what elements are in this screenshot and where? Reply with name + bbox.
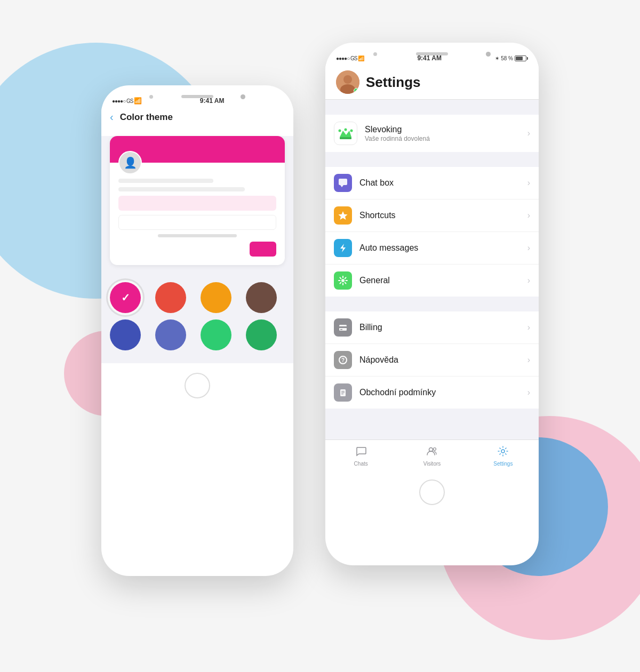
camera-icon <box>241 94 245 99</box>
shortcuts-text: Shortcuts <box>359 211 527 220</box>
obchodni-text: Obchodní podmínky <box>359 388 527 397</box>
menu-item-billing[interactable]: Billing › <box>325 311 539 344</box>
slevoking-subtitle: Vaše rodinná dovolená <box>365 135 527 142</box>
svg-point-11 <box>341 279 345 282</box>
camera-right-icon <box>486 52 491 57</box>
menu-item-napoveda[interactable]: ? Nápověda › <box>325 344 539 377</box>
home-button-left[interactable] <box>185 373 210 398</box>
home-button-right[interactable] <box>419 479 445 505</box>
settings-tab-icon <box>497 445 509 460</box>
color-brown[interactable] <box>246 282 277 313</box>
color-orange[interactable] <box>201 282 231 313</box>
menu-item-chat-box[interactable]: Chat box › <box>325 167 539 199</box>
menu-item-auto-messages[interactable]: Auto messages › <box>325 232 539 265</box>
svg-rect-14 <box>340 329 342 330</box>
chats-tab-label: Chats <box>354 461 368 467</box>
slevoking-text: Slevoking Vaše rodinná dovolená <box>365 125 527 142</box>
color-green[interactable] <box>201 319 231 350</box>
svg-rect-7 <box>339 179 347 185</box>
menu-section-1: Chat box › Shortcuts › <box>325 167 539 297</box>
visitors-tab-icon <box>426 445 438 460</box>
phone-top-right <box>325 43 539 53</box>
back-button[interactable]: ‹ <box>110 111 114 123</box>
theme-btn-row <box>118 242 276 257</box>
svg-rect-13 <box>339 326 347 328</box>
chat-icon-svg <box>338 178 348 188</box>
slevoking-chevron: › <box>527 129 530 138</box>
napoveda-label: Nápověda <box>359 355 527 365</box>
phone-right: ●●●●○ GS 📶 9:41 AM ✶ 58 % <box>325 43 539 565</box>
svg-rect-18 <box>341 391 345 391</box>
speaker-bar-icon <box>181 95 213 98</box>
tab-visitors[interactable]: Visitors <box>396 444 467 468</box>
menu-section-2: Billing › ? Nápověda › <box>325 311 539 409</box>
section-divider-top <box>325 100 539 115</box>
color-theme-title: Color theme <box>120 112 173 123</box>
chats-tab-icon <box>355 445 367 460</box>
battery-icon <box>515 55 528 61</box>
spacer <box>325 409 539 425</box>
svg-rect-19 <box>341 393 345 393</box>
slevoking-section[interactable]: Slevoking Vaše rodinná dovolená › <box>325 115 539 152</box>
chat-box-label: Chat box <box>359 178 527 188</box>
shortcuts-label: Shortcuts <box>359 211 527 220</box>
check-icon: ✓ <box>121 291 130 304</box>
menu-item-obchodni[interactable]: Obchodní podmínky › <box>325 377 539 409</box>
auto-messages-text: Auto messages <box>359 243 527 253</box>
phone-top-left <box>101 85 293 96</box>
visitors-tab-label: Visitors <box>423 461 441 467</box>
tab-settings[interactable]: Settings <box>468 444 539 468</box>
menu-item-general[interactable]: General › <box>325 265 539 297</box>
theme-line-1 <box>118 179 213 183</box>
color-pink[interactable]: ✓ <box>110 282 141 313</box>
chat-box-text: Chat box <box>359 178 527 188</box>
phone-left: ●●●●○ GS 📶 9:41 AM ‹ Color theme 👤 <box>101 85 293 576</box>
obchodni-label: Obchodní podmínky <box>359 388 527 397</box>
time-left: 9:41 AM <box>200 97 225 105</box>
billing-icon-svg <box>338 322 348 333</box>
svg-point-1 <box>343 75 352 84</box>
auto-messages-label: Auto messages <box>359 243 527 253</box>
colors-section: ✓ <box>101 274 293 359</box>
slevoking-icon <box>334 122 357 145</box>
color-blue[interactable] <box>155 319 186 350</box>
menu-item-shortcuts[interactable]: Shortcuts › <box>325 199 539 232</box>
svg-marker-10 <box>340 244 346 252</box>
obchodni-chevron: › <box>527 388 530 397</box>
tab-chats[interactable]: Chats <box>325 444 396 468</box>
lightning-icon-svg <box>338 243 348 253</box>
color-red[interactable] <box>155 282 186 313</box>
svg-point-23 <box>501 450 505 453</box>
napoveda-text: Nápověda <box>359 355 527 365</box>
phones-container: ●●●●○ GS 📶 9:41 AM ‹ Color theme 👤 <box>101 43 539 629</box>
color-dark-green[interactable] <box>246 319 277 350</box>
speaker-dot-icon <box>149 95 153 99</box>
speaker-dot-right-icon <box>373 52 377 56</box>
svg-point-22 <box>433 448 436 451</box>
billing-chevron: › <box>527 323 530 332</box>
gear-icon-svg <box>338 275 348 286</box>
general-chevron: › <box>527 276 530 285</box>
speaker-bar-right-icon <box>416 52 448 55</box>
theme-avatar: 👤 <box>118 151 142 174</box>
visitors-icon-svg <box>426 445 438 457</box>
online-dot <box>354 88 359 93</box>
general-icon <box>334 271 352 290</box>
crown-svg <box>338 125 354 141</box>
shortcuts-icon <box>334 206 352 225</box>
shortcuts-chevron: › <box>527 211 530 220</box>
chat-box-chevron: › <box>527 178 530 188</box>
theme-field-pink <box>118 196 276 211</box>
napoveda-icon: ? <box>334 351 352 369</box>
settings-title: Settings <box>366 74 421 91</box>
section-divider-bottom <box>325 425 539 439</box>
obchodni-icon <box>334 383 352 402</box>
battery-indicator: ✶ 58 % <box>495 55 528 61</box>
battery-pct: 58 % <box>501 55 513 61</box>
color-indigo[interactable] <box>110 319 141 350</box>
auto-messages-icon <box>334 239 352 257</box>
svg-point-5 <box>345 129 347 131</box>
chats-icon-svg <box>355 445 367 457</box>
terms-icon-svg <box>338 387 348 398</box>
svg-marker-9 <box>339 211 348 220</box>
